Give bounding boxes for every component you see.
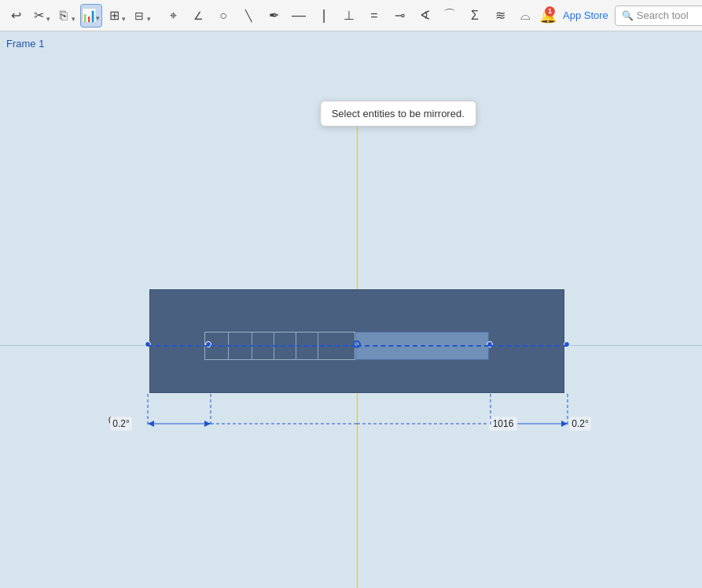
undo-button[interactable]: ↩ [5,4,27,28]
app-store-button[interactable]: App Store [560,9,612,21]
angle-tool[interactable]: ∠ [187,4,209,28]
perp-tool[interactable]: ⊥ [338,4,360,28]
dim-label-right: 0.2° [570,414,591,427]
angle2-tool[interactable]: ∢ [413,4,436,28]
search-placeholder: Search tool [637,9,689,21]
dim-label-left: 0.2° [106,414,127,427]
pipe-tool[interactable]: | [313,4,335,28]
line-tool[interactable]: ╲ [237,4,259,28]
copy-button[interactable]: ⎘ ▾ [55,4,77,28]
canvas-area[interactable]: Frame 1 Select entities to be mirrored. … [0,31,702,588]
curve-tool[interactable]: ⌓ [514,4,536,28]
dim-line-right [491,345,568,347]
equal-tool[interactable]: = [363,4,385,28]
arc-tool[interactable]: ⌒ [439,4,461,28]
circle-tool[interactable]: ○ [212,4,234,28]
toolbar: ↩ ✂ ▾ ⎘ ▾ 📊 ▾ ⊞ ▾ ⊟ ▾ ⌖ ∠ ○ ╲ ✒ — | ⊥ [0,0,702,31]
search-box[interactable]: 🔍 Search tool [615,6,702,26]
notification-icon[interactable]: 🔔 1 [539,5,557,27]
frame-label: Frame 1 [6,38,44,50]
notification-badge: 1 [545,6,555,17]
dim-line-left-center [211,345,355,347]
dash-center-tool[interactable]: ⊸ [388,4,410,28]
pen-tool[interactable]: ✒ [263,4,285,28]
dim-label-center: 1016 [494,414,520,427]
table-button[interactable]: ⊟ ▾ [130,4,153,28]
dim-line-right-center [357,345,489,347]
dim-line-left [148,345,209,347]
grid-button[interactable]: ⊞ ▾ [105,4,127,28]
svg-marker-5 [561,421,568,427]
cursor-tool[interactable]: ⌖ [162,4,184,28]
chart-button[interactable]: 📊 ▾ [80,4,102,28]
tooltip-text: Select entities to be mirrored. [332,108,465,119]
center-dot [353,340,361,348]
cut-button[interactable]: ✂ ▾ [30,4,52,28]
tooltip: Select entities to be mirrored. [320,101,476,127]
svg-marker-2 [204,421,211,427]
wave-tool[interactable]: ≋ [489,4,511,28]
search-icon: 🔍 [622,10,634,21]
minus-tool[interactable]: — [288,4,310,28]
svg-marker-1 [148,421,154,427]
sigma-tool[interactable]: Σ [464,4,486,28]
